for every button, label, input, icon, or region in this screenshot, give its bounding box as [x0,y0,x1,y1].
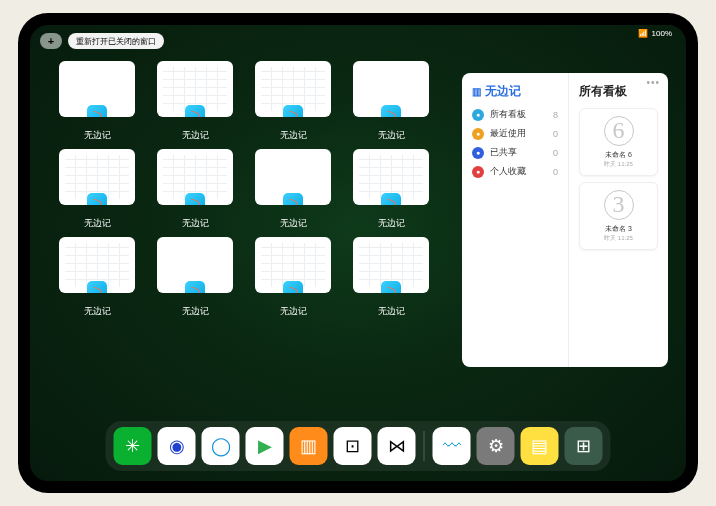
window-label: 无边记 [182,129,209,142]
more-icon[interactable]: ••• [646,77,660,88]
dock-app-dice[interactable]: ⊡ [334,427,372,465]
window-preview[interactable] [255,237,331,293]
dock-app-qqbrowser[interactable]: ◯ [202,427,240,465]
app-switcher-grid: 无边记无边记无边记无边记无边记无边记无边记无边记无边记无边记无边记无边记 [58,61,466,421]
ipad-device: 📶 100% + 重新打开已关闭的窗口 无边记无边记无边记无边记无边记无边记无边… [18,13,698,493]
dock-app-connect[interactable]: ⋈ [378,427,416,465]
side-panel[interactable]: ••• ▥ 无边记 ●所有看板8●最近使用0●已共享0●个人收藏0 所有看板 6… [462,73,668,367]
window-preview[interactable] [353,237,429,293]
window-preview[interactable] [59,237,135,293]
board-sketch: 6 [604,116,634,146]
top-left-controls: + 重新打开已关闭的窗口 [40,33,164,49]
window-thumbnail[interactable]: 无边记 [58,149,136,231]
nav-label: 所有看板 [490,108,526,121]
new-window-button[interactable]: + [40,33,62,49]
nav-item[interactable]: ●最近使用0 [472,127,558,140]
window-preview[interactable] [157,149,233,205]
nav-count: 0 [553,167,558,177]
side-panel-app-title: ▥ 无边记 [472,83,558,100]
freeform-app-icon [87,281,107,293]
window-thumbnail[interactable]: 无边记 [352,61,430,143]
nav-icon: ● [472,147,484,159]
freeform-app-icon [283,281,303,293]
window-label: 无边记 [84,129,111,142]
nav-count: 0 [553,129,558,139]
nav-item[interactable]: ●所有看板8 [472,108,558,121]
window-thumbnail[interactable]: 无边记 [254,61,332,143]
dock-app-freeform[interactable]: 〰 [433,427,471,465]
window-thumbnail[interactable]: 无边记 [352,237,430,319]
window-thumbnail[interactable]: 无边记 [352,149,430,231]
freeform-app-icon [87,105,107,117]
window-preview[interactable] [353,149,429,205]
dock-separator [424,431,425,461]
window-preview[interactable] [255,149,331,205]
nav-item[interactable]: ●已共享0 [472,146,558,159]
window-label: 无边记 [378,129,405,142]
nav-count: 0 [553,148,558,158]
board-name: 未命名 3 [605,224,632,234]
dock-app-settings[interactable]: ⚙ [477,427,515,465]
freeform-app-icon [381,281,401,293]
window-thumbnail[interactable]: 无边记 [156,61,234,143]
window-thumbnail[interactable]: 无边记 [58,61,136,143]
side-panel-nav: ▥ 无边记 ●所有看板8●最近使用0●已共享0●个人收藏0 [462,73,569,367]
wifi-icon: 📶 [638,29,648,38]
window-thumbnail[interactable]: 无边记 [156,149,234,231]
screen: 📶 100% + 重新打开已关闭的窗口 无边记无边记无边记无边记无边记无边记无边… [30,25,686,481]
dock-app-play[interactable]: ▶ [246,427,284,465]
board-time: 昨天 11:25 [604,234,633,243]
window-preview[interactable] [59,149,135,205]
window-preview[interactable] [157,61,233,117]
window-thumbnail[interactable]: 无边记 [58,237,136,319]
window-label: 无边记 [280,129,307,142]
nav-label: 最近使用 [490,127,526,140]
status-bar: 📶 100% [638,29,672,38]
freeform-app-icon [283,193,303,205]
dock-app-books[interactable]: ▥ [290,427,328,465]
window-label: 无边记 [378,305,405,318]
freeform-app-icon [381,105,401,117]
board-name: 未命名 6 [605,150,632,160]
board-time: 昨天 11:25 [604,160,633,169]
window-label: 无边记 [182,305,209,318]
window-thumbnail[interactable]: 无边记 [156,237,234,319]
freeform-app-icon [87,193,107,205]
window-preview[interactable] [255,61,331,117]
dock: ✳◉◯▶▥⊡⋈〰⚙▤⊞ [106,421,611,471]
window-thumbnail[interactable]: 无边记 [254,237,332,319]
dock-app-notes[interactable]: ▤ [521,427,559,465]
freeform-app-icon [185,281,205,293]
window-preview[interactable] [157,237,233,293]
freeform-app-icon [185,105,205,117]
nav-label: 个人收藏 [490,165,526,178]
nav-icon: ● [472,109,484,121]
sidebar-icon: ▥ [472,86,481,97]
window-preview[interactable] [59,61,135,117]
reopen-closed-window-button[interactable]: 重新打开已关闭的窗口 [68,33,164,49]
window-label: 无边记 [378,217,405,230]
nav-icon: ● [472,128,484,140]
board-card[interactable]: 3未命名 3昨天 11:25 [579,182,658,250]
battery-label: 100% [652,29,672,38]
window-label: 无边记 [84,305,111,318]
window-label: 无边记 [84,217,111,230]
dock-app-quark[interactable]: ◉ [158,427,196,465]
window-preview[interactable] [353,61,429,117]
nav-label: 已共享 [490,146,517,159]
window-label: 无边记 [280,217,307,230]
dock-app-wechat[interactable]: ✳ [114,427,152,465]
nav-item[interactable]: ●个人收藏0 [472,165,558,178]
board-sketch: 3 [604,190,634,220]
window-label: 无边记 [280,305,307,318]
freeform-app-icon [185,193,205,205]
nav-icon: ● [472,166,484,178]
window-label: 无边记 [182,217,209,230]
freeform-app-icon [283,105,303,117]
board-card[interactable]: 6未命名 6昨天 11:25 [579,108,658,176]
nav-count: 8 [553,110,558,120]
side-panel-boards: 所有看板 6未命名 6昨天 11:253未命名 3昨天 11:25 [569,73,668,367]
freeform-app-icon [381,193,401,205]
window-thumbnail[interactable]: 无边记 [254,149,332,231]
dock-app-recent-group[interactable]: ⊞ [565,427,603,465]
